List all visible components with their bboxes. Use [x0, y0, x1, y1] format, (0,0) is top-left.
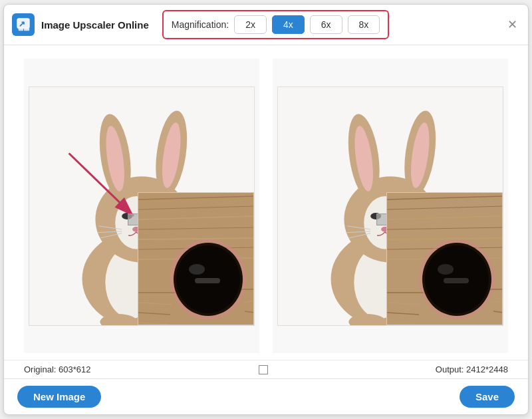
app-icon [12, 13, 35, 36]
save-button[interactable]: Save [460, 386, 515, 408]
status-checkbox[interactable] [259, 365, 268, 374]
output-rabbit-bg [277, 86, 503, 326]
zoom-overlay-right [386, 192, 503, 325]
svg-point-76 [438, 264, 454, 275]
output-rabbit-container [277, 86, 503, 326]
svg-point-36 [189, 264, 205, 275]
svg-rect-77 [444, 278, 469, 283]
magnification-label: Magnification: [172, 19, 229, 30]
status-bar: Original: 603*612 Output: 2412*2448 [4, 360, 528, 378]
original-rabbit-container [29, 86, 255, 326]
mag-btn-2x[interactable]: 2x [234, 15, 267, 34]
new-image-button[interactable]: New Image [17, 386, 101, 408]
app-window: Image Upscaler Online Magnification: 2x … [3, 4, 529, 415]
output-size-label: Output: 2412*2448 [436, 364, 508, 374]
mag-btn-6x[interactable]: 6x [310, 15, 342, 34]
mag-btn-4x[interactable]: 4x [272, 15, 305, 34]
svg-rect-2 [19, 28, 23, 31]
footer: New Image Save [4, 378, 528, 414]
header: Image Upscaler Online Magnification: 2x … [4, 5, 528, 45]
original-size-label: Original: 603*612 [24, 364, 90, 374]
svg-rect-37 [195, 278, 220, 283]
zoom-overlay-left [138, 192, 254, 325]
mag-btn-8x[interactable]: 8x [348, 15, 380, 34]
svg-rect-3 [24, 28, 29, 31]
magnification-controls: Magnification: 2x 4x 6x 8x [162, 10, 390, 39]
original-rabbit-bg [29, 86, 255, 326]
output-image-panel [273, 59, 508, 353]
original-image-panel [24, 59, 259, 353]
status-center [90, 365, 435, 374]
close-button[interactable]: ✕ [504, 17, 520, 33]
app-title: Image Upscaler Online [41, 19, 149, 31]
main-content: Original: 603*612 Output: 2412*2448 [4, 45, 528, 378]
images-area [4, 45, 528, 360]
